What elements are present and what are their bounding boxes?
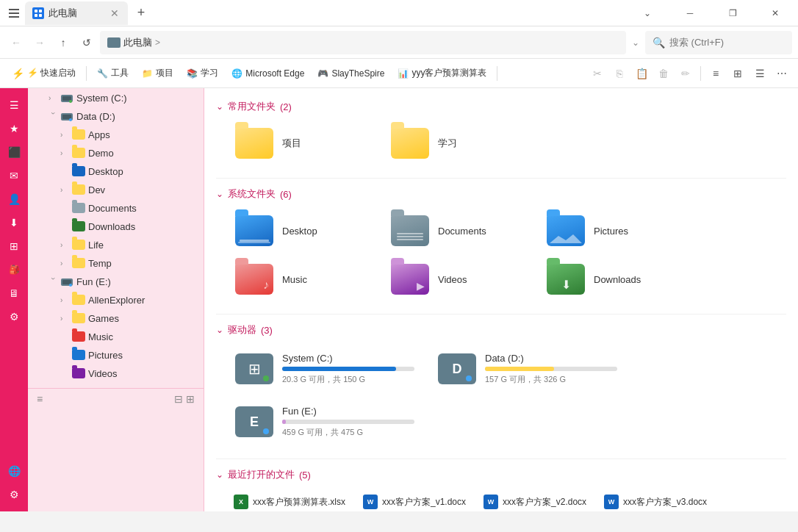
slaythespire-button[interactable]: 🎮 SlayTheSpire	[312, 65, 390, 82]
toolbar: ⚡ ⚡ 快速启动 🔧 工具 📁 项目 📚 学习 🌐 Microsoft Edge…	[0, 59, 798, 88]
left-icon-square[interactable]: ⬛	[3, 141, 25, 163]
toolbar-right: ✂ ⎘ 📋 🗑 ✏ ≡ ⊞ ☰ ⋯	[587, 63, 792, 84]
xlsx-icon-1: X	[234, 495, 248, 509]
project-button[interactable]: 📁 项目	[136, 64, 179, 82]
more-action[interactable]: ⋯	[772, 63, 792, 84]
section-title-frequent: 常用文件夹	[228, 100, 276, 113]
study-button[interactable]: 📚 学习	[181, 64, 224, 82]
address-path[interactable]: 此电脑 >	[100, 31, 626, 54]
svg-point-6	[69, 100, 72, 103]
rename-action[interactable]: ✏	[675, 63, 696, 84]
left-icon-star[interactable]: ★	[3, 118, 25, 140]
drive-item-e[interactable]: E Fun (E:) 459 G 可用，共 475 G	[228, 400, 422, 444]
system-folders-content: Desktop Documents Pictures	[216, 205, 786, 311]
left-icon-download[interactable]: ⬇	[3, 212, 25, 234]
folder-item-desktop[interactable]: Desktop	[228, 211, 375, 251]
recent-file-4[interactable]: W xxx客户方案_v3.docx	[598, 492, 713, 511]
left-icon-grid[interactable]: ⊞	[3, 235, 25, 257]
sidebar-item-system-c[interactable]: › System (C:)	[31, 89, 201, 107]
sidebar-item-allenexplorer[interactable]: › AllenExplorer	[31, 291, 201, 309]
sidebar-item-downloads[interactable]: › Downloads	[31, 218, 201, 235]
sidebar-view-2[interactable]: ⊞	[186, 393, 195, 405]
folder-icon-study	[391, 128, 429, 159]
project-icon: 📁	[142, 68, 153, 79]
folder-item-downloads[interactable]: ⬇ Downloads	[539, 259, 686, 299]
section-header-system[interactable]: ⌄ 系统文件夹 (6)	[216, 181, 786, 205]
recent-file-3[interactable]: W xxx客户方案_v2.docx	[478, 492, 592, 511]
quick-access-button[interactable]: ⚡ ⚡ 快速启动	[6, 64, 82, 82]
excel-button[interactable]: 📊 yyy客户预算测算表	[392, 64, 492, 82]
new-tab-button[interactable]: +	[131, 3, 151, 24]
chevron-button[interactable]: ⌄	[630, 1, 664, 25]
view-grid-action[interactable]: ⊞	[727, 63, 748, 84]
sort-action[interactable]: ≡	[705, 63, 726, 84]
minimize-button[interactable]: ─	[673, 1, 707, 25]
expand-arrow-data-d: ›	[49, 112, 57, 121]
edge-button[interactable]: 🌐 Microsoft Edge	[226, 65, 310, 82]
sidebar-item-demo[interactable]: › Demo	[31, 144, 201, 162]
sidebar-item-videos[interactable]: › Videos	[31, 364, 201, 382]
chevron-frequent: ⌄	[216, 101, 223, 112]
sidebar-view-1[interactable]: ⊟	[174, 393, 183, 405]
drive-space-e: 459 G 可用，共 475 G	[282, 427, 414, 438]
view-list-action[interactable]: ☰	[750, 63, 770, 84]
sidebar-item-fun-e[interactable]: › Fun (E:)	[31, 273, 201, 290]
slaythespire-label: SlayTheSpire	[331, 68, 384, 79]
left-icon-monitor[interactable]: 🖥	[3, 282, 25, 304]
folder-icon-documents	[72, 201, 85, 215]
active-tab[interactable]: 此电脑 ✕	[25, 1, 128, 25]
drive-item-c[interactable]: ⊞ System (C:) 20.3 G 可用，共 150 G	[228, 347, 422, 391]
folder-item-pictures[interactable]: Pictures	[539, 211, 686, 251]
left-icon-mail[interactable]: ✉	[3, 165, 25, 187]
left-icon-user[interactable]: 👤	[3, 188, 25, 210]
section-header-recent[interactable]: ⌄ 最近打开的文件 (5)	[216, 462, 786, 486]
cut-action[interactable]: ✂	[587, 63, 608, 84]
up-button[interactable]: ↑	[53, 32, 73, 53]
sidebar-item-data-d[interactable]: › Data (D:)	[31, 107, 201, 125]
svg-marker-13	[550, 234, 582, 243]
sidebar-expand-all[interactable]: ≡	[37, 393, 43, 405]
section-header-frequent[interactable]: ⌄ 常用文件夹 (2)	[216, 94, 786, 118]
computer-icon	[107, 37, 121, 48]
search-input[interactable]	[669, 37, 772, 48]
folder-item-videos[interactable]: ▶ Videos	[384, 259, 531, 299]
recent-file-name-3: xxx客户方案_v2.docx	[503, 496, 586, 508]
delete-action[interactable]: 🗑	[653, 63, 674, 84]
sidebar-item-documents[interactable]: › Documents	[31, 199, 201, 217]
sidebar-item-temp[interactable]: › Temp	[31, 254, 201, 272]
left-icon-settings2[interactable]: ⚙	[3, 484, 25, 506]
drive-item-d[interactable]: D Data (D:) 157 G 可用，共 326 G	[431, 347, 625, 391]
section-header-drives[interactable]: ⌄ 驱动器 (3)	[216, 317, 786, 341]
hamburger-menu[interactable]	[6, 5, 22, 21]
restore-button[interactable]: ❐	[716, 1, 750, 25]
sidebar-item-pictures[interactable]: › Pictures	[31, 346, 201, 364]
address-dropdown[interactable]: ⌄	[629, 35, 642, 51]
folder-item-music[interactable]: ♪ Music	[228, 259, 375, 299]
back-button[interactable]: ←	[6, 32, 26, 53]
sidebar-item-desktop[interactable]: › Desktop	[31, 162, 201, 180]
section-title-system: 系统文件夹	[228, 187, 276, 201]
sidebar-item-music[interactable]: › Music	[31, 328, 201, 345]
left-icon-bag[interactable]: 🎒	[3, 259, 25, 281]
folder-item-project[interactable]: 项目	[228, 123, 375, 163]
refresh-button[interactable]: ↺	[76, 32, 97, 53]
recent-file-2[interactable]: W xxx客户方案_v1.docx	[357, 492, 472, 511]
left-icon-globe[interactable]: 🌐	[3, 460, 25, 482]
sidebar-item-life[interactable]: › Life	[31, 236, 201, 254]
sidebar-item-dev[interactable]: › Dev	[31, 181, 201, 198]
recent-file-1[interactable]: X xxx客户预算测算表.xlsx	[228, 492, 351, 511]
study-icon: 📚	[187, 68, 198, 79]
copy-action[interactable]: ⎘	[609, 63, 630, 84]
sidebar-item-apps[interactable]: › Apps	[31, 126, 201, 143]
folder-item-study[interactable]: 学习	[384, 123, 531, 163]
folder-item-documents[interactable]: Documents	[384, 211, 531, 251]
paste-action[interactable]: 📋	[631, 63, 652, 84]
left-icon-settings[interactable]: ⚙	[3, 306, 25, 328]
forward-button[interactable]: →	[29, 32, 50, 53]
tab-close-button[interactable]: ✕	[109, 6, 121, 21]
left-icon-menu[interactable]: ☰	[3, 94, 25, 116]
sidebar-item-games[interactable]: › Games	[31, 309, 201, 327]
tools-button[interactable]: 🔧 工具	[91, 64, 134, 82]
close-button[interactable]: ✕	[758, 1, 792, 25]
drive-info-d: Data (D:) 157 G 可用，共 326 G	[485, 353, 617, 385]
